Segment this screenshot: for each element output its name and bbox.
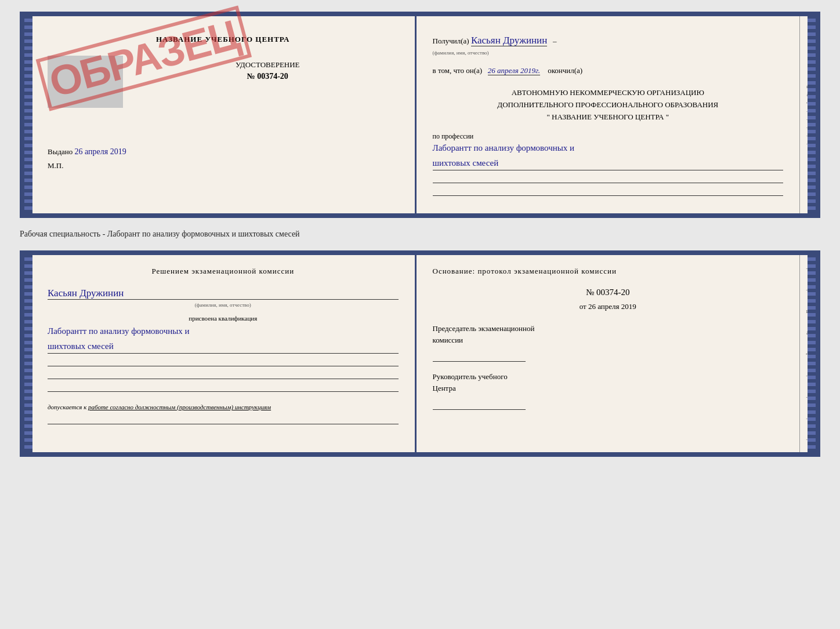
bottom-document: Решением экзаменационной комиссии Касьян… bbox=[20, 250, 820, 457]
qualification-line2: шихтовых смесей bbox=[48, 339, 399, 354]
rukovoditel-signature bbox=[433, 398, 526, 410]
bottom-empty-line-2 bbox=[48, 368, 399, 379]
decision-line: Решением экзаменационной комиссии bbox=[48, 267, 399, 276]
bottom-left-half: Решением экзаменационной комиссии Касьян… bbox=[24, 255, 417, 452]
recipient-name: Касьян Дружинин bbox=[471, 35, 547, 46]
org-block: АВТОНОМНУЮ НЕКОММЕРЧЕСКУЮ ОРГАНИЗАЦИЮ ДО… bbox=[433, 87, 784, 123]
po-professii-block: по профессии Лаборантт по анализу формов… bbox=[433, 132, 784, 196]
dopuskaetsya-line: допускается к работе согласно должностны… bbox=[48, 403, 399, 410]
osnovanie-title: Основание: протокол экзаменационной коми… bbox=[433, 267, 784, 276]
poluchil-label: Получил(a) bbox=[433, 37, 469, 45]
ot-line: от 26 апреля 2019 bbox=[433, 302, 784, 311]
predsedatel-signature bbox=[433, 350, 526, 362]
bottom-empty-line-4 bbox=[48, 413, 399, 424]
prisvoena-label: присвоена квалификация bbox=[48, 315, 399, 322]
bottom-empty-line-3 bbox=[48, 380, 399, 392]
rukovoditel-line2: Центра bbox=[433, 383, 784, 394]
empty-line-1 bbox=[433, 172, 784, 183]
ot-label: от bbox=[580, 302, 586, 311]
photo-placeholder bbox=[48, 56, 123, 108]
bottom-right-half: Основание: протокол экзаменационной коми… bbox=[417, 255, 800, 452]
mp-label: М.П. bbox=[48, 161, 399, 170]
cert-number: № 00374-20 bbox=[137, 72, 399, 81]
po-professii-label: по профессии bbox=[433, 132, 784, 141]
rukovoditel-line1: Руководитель учебного bbox=[433, 371, 784, 383]
vtom-label: в том, что он(а) bbox=[433, 66, 483, 75]
predsedatel-line1: Председатель экзаменационной bbox=[433, 323, 784, 335]
vydano-line: Выдано 26 апреля 2019 bbox=[48, 147, 399, 157]
vtom-line: в том, что он(а) 26 апреля 2019г. окончи… bbox=[433, 66, 784, 75]
vydano-date: 26 апреля 2019 bbox=[75, 147, 126, 156]
okonchil-label: окончил(а) bbox=[548, 66, 582, 75]
profession-line1: Лаборантт по анализу формовочных и bbox=[433, 141, 784, 155]
dopuskaetsya-text: работе согласно должностным (производств… bbox=[88, 403, 271, 410]
ot-date: 26 апреля 2019 bbox=[588, 302, 636, 311]
top-document: НАЗВАНИЕ УЧЕБНОГО ЦЕНТРА УДОСТОВЕРЕНИЕ №… bbox=[20, 12, 820, 218]
completed-date: 26 апреля 2019г. bbox=[488, 66, 540, 75]
top-right-half: Получил(a) Касьян Дружинин – (фамилия, и… bbox=[417, 16, 800, 213]
org-line1: АВТОНОМНУЮ НЕКОММЕРЧЕСКУЮ ОРГАНИЗАЦИЮ bbox=[433, 87, 784, 99]
middle-label: Рабочая специальность - Лаборант по анал… bbox=[20, 225, 820, 243]
predsedatel-block: Председатель экзаменационной комиссии bbox=[433, 323, 784, 362]
bottom-name-handwritten: Касьян Дружинин bbox=[48, 288, 399, 300]
cert-title: НАЗВАНИЕ УЧЕБНОГО ЦЕНТРА bbox=[48, 35, 399, 44]
vydano-label: Выдано bbox=[48, 147, 73, 156]
empty-line-2 bbox=[433, 184, 784, 196]
org-line2: ДОПОЛНИТЕЛЬНОГО ПРОФЕССИОНАЛЬНОГО ОБРАЗО… bbox=[433, 99, 784, 111]
bottom-fio-small: (фамилия, имя, отчество) bbox=[48, 302, 399, 308]
top-left-half: НАЗВАНИЕ УЧЕБНОГО ЦЕНТРА УДОСТОВЕРЕНИЕ №… bbox=[24, 16, 417, 213]
profession-line2: шихтовых смесей bbox=[433, 156, 784, 170]
fio-small-top: (фамилия, имя, отчество) bbox=[433, 50, 489, 56]
qualification-line1: Лаборантт по анализу формовочных и bbox=[48, 324, 399, 338]
protocol-number: № 00374-20 bbox=[433, 288, 784, 297]
udostoverenie-label: УДОСТОВЕРЕНИЕ bbox=[137, 60, 399, 70]
bottom-right-border bbox=[808, 255, 816, 452]
predsedatel-line2: комиссии bbox=[433, 335, 784, 346]
bottom-empty-line-1 bbox=[48, 355, 399, 366]
org-name: " НАЗВАНИЕ УЧЕБНОГО ЦЕНТРА " bbox=[433, 111, 784, 123]
poluchil-line: Получил(a) Касьян Дружинин – (фамилия, и… bbox=[433, 35, 784, 57]
dopuskaetsya-prefix: допускается к bbox=[48, 403, 86, 410]
right-border-decoration bbox=[808, 16, 816, 213]
rukovoditel-block: Руководитель учебного Центра bbox=[433, 371, 784, 410]
